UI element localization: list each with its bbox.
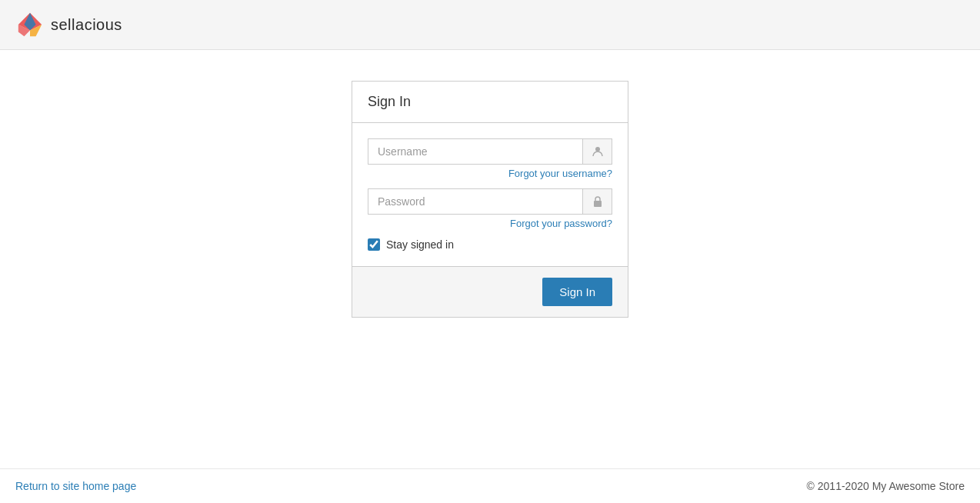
logo-text: sellacious: [51, 16, 122, 34]
password-input[interactable]: [368, 189, 582, 214]
username-input-wrapper: [368, 138, 612, 165]
forgot-password-link[interactable]: Forgot your password?: [368, 218, 612, 229]
lock-icon: [582, 189, 612, 214]
svg-point-4: [595, 147, 600, 152]
stay-signed-row: Stay signed in: [368, 238, 612, 251]
page-footer: Return to site home page © 2011-2020 My …: [0, 468, 980, 503]
logo-icon: [15, 10, 45, 39]
username-input-group: Forgot your username?: [368, 138, 612, 179]
password-input-group: Forgot your password?: [368, 188, 612, 229]
signin-title: Sign In: [368, 94, 612, 110]
signin-card-footer: Sign In: [352, 266, 628, 317]
copyright-text: © 2011-2020 My Awesome Store: [807, 480, 965, 492]
signin-button[interactable]: Sign In: [542, 278, 612, 306]
signin-card-header: Sign In: [352, 82, 628, 123]
site-header: sellacious: [0, 0, 980, 50]
stay-signed-checkbox[interactable]: [368, 238, 380, 251]
signin-card-body: Forgot your username? Forgot your passwo…: [352, 123, 628, 266]
password-input-wrapper: [368, 188, 612, 215]
logo-container: sellacious: [15, 10, 122, 39]
username-input[interactable]: [368, 139, 582, 164]
main-content: Sign In Forgot your username?: [0, 50, 980, 468]
user-icon: [582, 139, 612, 164]
signin-card: Sign In Forgot your username?: [352, 81, 628, 318]
return-home-link[interactable]: Return to site home page: [15, 480, 136, 492]
stay-signed-label[interactable]: Stay signed in: [386, 238, 454, 251]
forgot-username-link[interactable]: Forgot your username?: [368, 168, 612, 179]
svg-rect-5: [594, 201, 602, 207]
